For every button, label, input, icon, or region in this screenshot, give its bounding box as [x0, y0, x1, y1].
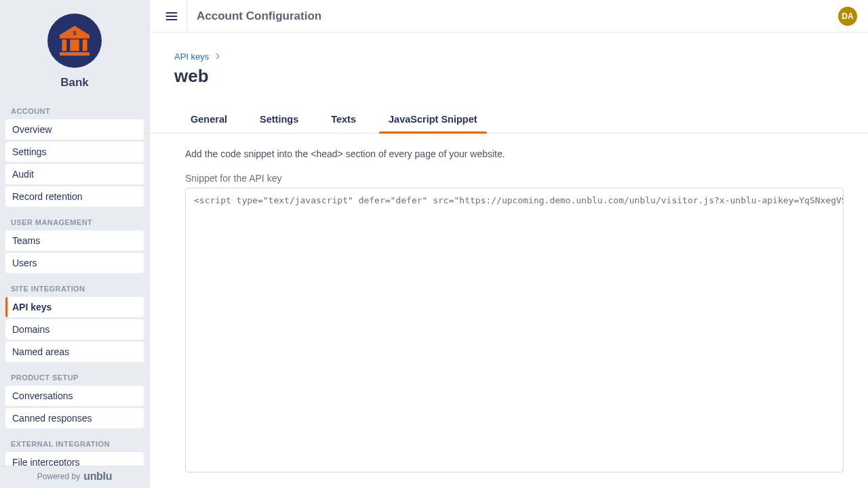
sidebar-section-account: ACCOUNT Overview Settings Audit Record r…: [0, 100, 149, 211]
sidebar-item-overview[interactable]: Overview: [5, 119, 144, 140]
sidebar-section-product-setup: PRODUCT SETUP Conversations Canned respo…: [0, 367, 149, 433]
sidebar-section-site-integration: SITE INTEGRATION API keys Domains Named …: [0, 278, 149, 367]
bank-icon: $: [56, 22, 93, 59]
sidebar-item-canned-responses[interactable]: Canned responses: [5, 408, 144, 428]
svg-text:$: $: [73, 30, 77, 37]
topbar-title: Account Configuration: [197, 9, 838, 23]
menu-toggle-button[interactable]: [161, 5, 182, 27]
page-title: web: [174, 66, 844, 87]
org-name: Bank: [60, 76, 89, 89]
tab-texts[interactable]: Texts: [315, 107, 372, 133]
breadcrumb-parent-link[interactable]: API keys: [174, 52, 209, 62]
section-title: ACCOUNT: [5, 107, 144, 119]
section-title: EXTERNAL INTEGRATION: [5, 440, 144, 452]
sidebar-item-audit[interactable]: Audit: [5, 164, 144, 184]
sidebar-header: $ Bank: [0, 0, 149, 100]
page: API keys web General Settings Texts Java…: [150, 33, 868, 488]
snippet-textarea[interactable]: [185, 188, 844, 472]
sidebar-section-external-integration: EXTERNAL INTEGRATION File interceptors: [0, 433, 149, 466]
snippet-field-label: Snippet for the API key: [185, 173, 844, 184]
tab-javascript-snippet[interactable]: JavaScript Snippet: [372, 107, 494, 133]
footer-prefix: Powered by: [37, 472, 80, 481]
sidebar-footer: Powered by unblu: [0, 466, 149, 488]
sidebar-item-api-keys[interactable]: API keys: [5, 297, 144, 317]
sidebar-item-file-interceptors[interactable]: File interceptors: [5, 452, 144, 466]
section-title: PRODUCT SETUP: [5, 373, 144, 386]
page-head: API keys web: [150, 33, 868, 87]
sidebar-item-conversations[interactable]: Conversations: [5, 386, 144, 406]
main: Account Configuration DA API keys web Ge…: [149, 0, 868, 488]
tabs: General Settings Texts JavaScript Snippe…: [150, 107, 868, 134]
sidebar: $ Bank ACCOUNT Overview Settings Audit R…: [0, 0, 149, 488]
sidebar-nav: ACCOUNT Overview Settings Audit Record r…: [0, 100, 149, 466]
sidebar-section-user-management: USER MANAGEMENT Teams Users: [0, 211, 149, 278]
tab-content: Add the code snippet into the <head> sec…: [150, 134, 868, 488]
topbar-divider: [186, 0, 187, 33]
sidebar-item-teams[interactable]: Teams: [5, 230, 144, 251]
instructions-text: Add the code snippet into the <head> sec…: [185, 148, 844, 159]
tab-general[interactable]: General: [174, 107, 243, 133]
sidebar-item-named-areas[interactable]: Named areas: [5, 342, 144, 362]
sidebar-item-domains[interactable]: Domains: [5, 319, 144, 340]
sidebar-item-record-retention[interactable]: Record retention: [5, 186, 144, 207]
sidebar-item-users[interactable]: Users: [5, 253, 144, 273]
hamburger-icon: [165, 9, 178, 23]
section-title: SITE INTEGRATION: [5, 285, 144, 297]
breadcrumb: API keys: [174, 52, 844, 62]
sidebar-item-settings[interactable]: Settings: [5, 142, 144, 162]
user-avatar[interactable]: DA: [838, 7, 857, 26]
chevron-right-icon: [214, 52, 221, 62]
tab-settings[interactable]: Settings: [243, 107, 315, 133]
section-title: USER MANAGEMENT: [5, 218, 144, 230]
topbar: Account Configuration DA: [150, 0, 868, 33]
footer-brand: unblu: [83, 470, 112, 483]
org-logo: $: [47, 14, 102, 68]
